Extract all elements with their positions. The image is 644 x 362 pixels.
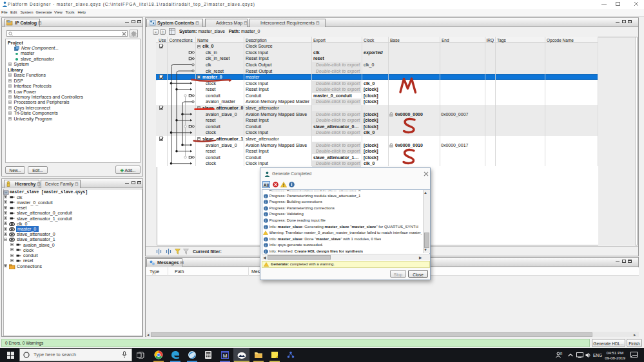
svg-text:R: R xyxy=(560,352,563,356)
svg-text:M: M xyxy=(223,353,228,359)
